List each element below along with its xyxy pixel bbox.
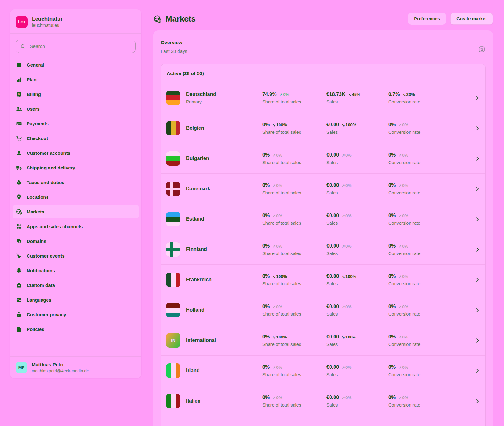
user-avatar-initials: MP xyxy=(18,365,25,370)
sidebar-item-custom-data[interactable]: Custom data xyxy=(13,278,139,292)
market-row[interactable]: Bulgarien 0% ↗0% Share of total sales €0… xyxy=(161,143,485,174)
sidebar-item-label: Plan xyxy=(27,77,37,82)
payments-icon xyxy=(16,120,22,127)
trend-arrow-icon: ↗ xyxy=(272,244,275,248)
market-name: Italien xyxy=(186,398,262,404)
sidebar-item-customer-privacy[interactable]: Customer privacy xyxy=(13,308,139,321)
sidebar-item-billing[interactable]: $ Billing xyxy=(13,87,139,101)
sales-value: €0.00 xyxy=(326,152,339,158)
share-column: 0% ↗0% Share of total sales xyxy=(262,395,326,408)
sales-label: Sales xyxy=(326,221,388,226)
conversion-value: 0% xyxy=(388,334,396,340)
market-row[interactable]: IN International 0% ↘100% Share of total… xyxy=(161,325,485,356)
trend-arrow-icon: ↗ xyxy=(398,335,401,339)
sidebar-item-notifications[interactable]: Notifications xyxy=(13,263,139,277)
market-flag xyxy=(166,91,180,105)
apps-icon xyxy=(16,223,22,230)
sidebar-item-domains[interactable]: Domains xyxy=(13,234,139,248)
market-row[interactable]: Frankreich 0% ↘100% Share of total sales… xyxy=(161,265,485,295)
sidebar-item-label: Custom data xyxy=(27,283,55,288)
sidebar-item-label: Shipping and delivery xyxy=(27,165,75,170)
sidebar-item-payments[interactable]: Payments xyxy=(13,117,139,130)
store-avatar-initials: Leu xyxy=(18,20,25,24)
users-icon xyxy=(16,106,22,112)
sales-value: €0.00 xyxy=(326,334,339,340)
sales-label: Sales xyxy=(326,403,388,408)
share-trend: ↗0% xyxy=(272,213,282,218)
conversion-column: 0% ↗0% Conversion rate xyxy=(388,152,472,165)
domains-icon xyxy=(16,238,22,244)
preferences-button[interactable]: Preferences xyxy=(408,13,446,25)
share-value: 74.9% xyxy=(262,92,276,97)
market-row[interactable]: Holland 0% ↗0% Share of total sales €0.0… xyxy=(161,295,485,325)
sidebar-item-taxes-and-duties[interactable]: % Taxes and duties xyxy=(13,175,139,189)
market-name: International xyxy=(186,338,262,343)
share-label: Share of total sales xyxy=(262,312,326,317)
market-row[interactable]: Dänemark 0% ↗0% Share of total sales €0.… xyxy=(161,174,485,204)
sales-trend: ↗0% xyxy=(342,365,352,370)
conversion-label: Conversion rate xyxy=(388,99,472,104)
sidebar-item-checkout[interactable]: Checkout xyxy=(13,131,139,145)
conversion-label: Conversion rate xyxy=(388,251,472,256)
market-row[interactable]: Italien 0% ↗0% Share of total sales €0.0… xyxy=(161,386,485,416)
settings-sidebar: Leu Leuchtnatur leuchtnatur.eu General P… xyxy=(10,9,141,378)
search-list-icon[interactable] xyxy=(478,45,486,53)
trend-arrow-icon: ↗ xyxy=(398,396,401,400)
trend-arrow-icon: ↗ xyxy=(342,365,345,370)
sidebar-item-customer-accounts[interactable]: Customer accounts xyxy=(13,146,139,160)
sidebar-item-users[interactable]: Users xyxy=(13,102,139,116)
trend-arrow-icon: ↗ xyxy=(398,244,401,248)
sales-trend: ↗0% xyxy=(342,183,352,188)
market-name: Bulgarien xyxy=(186,156,262,161)
active-markets-card: Active (28 of 50) Deutschland Primary 74… xyxy=(161,64,486,426)
sales-label: Sales xyxy=(326,312,388,317)
create-market-button[interactable]: Create market xyxy=(450,13,493,25)
conversion-trend: ↗0% xyxy=(398,183,408,188)
conversion-label: Conversion rate xyxy=(388,160,472,165)
search-input[interactable] xyxy=(29,43,131,49)
market-name: Irland xyxy=(186,368,262,373)
share-column: 0% ↗0% Share of total sales xyxy=(262,183,326,195)
market-name: Finnland xyxy=(186,247,262,252)
chevron-right-icon xyxy=(472,186,480,192)
market-row[interactable]: Finnland 0% ↗0% Share of total sales €0.… xyxy=(161,234,485,265)
conversion-value: 0% xyxy=(388,243,396,249)
market-row[interactable]: Estland 0% ↗0% Share of total sales €0.0… xyxy=(161,204,485,234)
sidebar-item-locations[interactable]: Locations xyxy=(13,190,139,204)
share-value: 0% xyxy=(262,152,270,158)
search-box[interactable] xyxy=(16,40,136,53)
page-header: $ Markets Preferences Create market xyxy=(153,13,493,25)
market-row[interactable]: Belgien 0% ↘100% Share of total sales €0… xyxy=(161,113,485,143)
sidebar-item-shipping-and-delivery[interactable]: Shipping and delivery xyxy=(13,161,139,174)
sidebar-item-apps-and-sales-channels[interactable]: Apps and sales channels xyxy=(13,219,139,233)
conversion-value: 0% xyxy=(388,213,396,218)
sales-label: Sales xyxy=(326,160,388,165)
sidebar-item-policies[interactable]: Policies xyxy=(13,322,139,336)
sales-column: €0.00 ↘100% Sales xyxy=(326,122,388,135)
user-footer[interactable]: MP Matthias Petri matthias.petri@4eck-me… xyxy=(10,356,141,378)
markets-globe-icon: $ xyxy=(16,208,22,215)
sidebar-item-customer-events[interactable]: Customer events xyxy=(13,249,139,263)
share-trend: ↗0% xyxy=(272,153,282,158)
market-row[interactable]: Deutschland Primary 74.9% ↗0% Share of t… xyxy=(161,83,485,113)
market-row[interactable]: Irland 0% ↗0% Share of total sales €0.00… xyxy=(161,356,485,386)
conversion-value: 0.7% xyxy=(388,92,400,97)
market-flag xyxy=(166,182,180,196)
plan-icon xyxy=(16,76,22,83)
sidebar-item-plan[interactable]: Plan xyxy=(13,73,139,86)
chevron-right-icon xyxy=(472,338,480,343)
sidebar-item-markets[interactable]: $ Markets xyxy=(13,205,139,218)
market-flag xyxy=(166,212,180,226)
store-name: Leuchtnatur xyxy=(32,16,63,22)
sidebar-item-general[interactable]: General xyxy=(13,58,139,72)
conversion-column: 0% ↗0% Conversion rate xyxy=(388,183,472,195)
sidebar-item-label: Policies xyxy=(27,327,44,332)
svg-text:$: $ xyxy=(159,19,160,23)
overview-subtitle: Last 30 days xyxy=(161,48,187,54)
sales-column: €0.00 ↗0% Sales xyxy=(326,304,388,317)
market-list: Deutschland Primary 74.9% ↗0% Share of t… xyxy=(161,83,485,416)
page-title-text: Markets xyxy=(165,14,196,24)
sidebar-item-languages[interactable]: A Languages xyxy=(13,293,139,307)
trend-arrow-icon: ↗ xyxy=(272,183,275,188)
sales-label: Sales xyxy=(326,372,388,377)
